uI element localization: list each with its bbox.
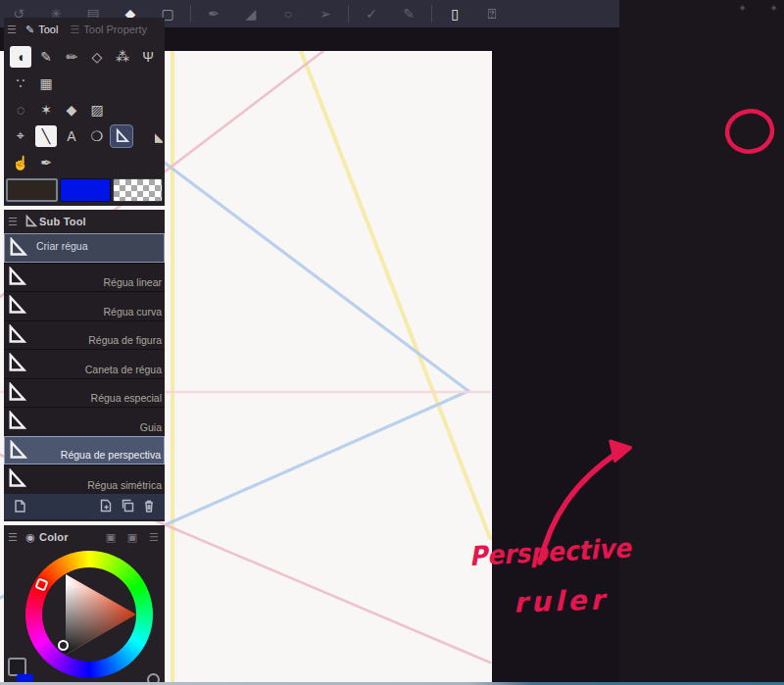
toolbar-separator — [431, 5, 432, 23]
figure-tool-icon[interactable]: ╲ — [35, 125, 57, 147]
toolbar-separator — [348, 5, 349, 23]
ruler-triangle-icon — [7, 382, 28, 404]
line-tool-icon[interactable]: ✒ — [195, 0, 232, 27]
tab-tool-label: Tool — [38, 24, 58, 35]
subtool-item-caneta-de-r-gua[interactable]: Caneta de régua — [4, 349, 165, 378]
ruler-tool-icon[interactable] — [110, 124, 133, 148]
blend-tool-icon[interactable]: ∵ — [8, 71, 33, 95]
ellipse-icon[interactable]: ○ — [270, 0, 307, 27]
object-tool-icon[interactable]: ⌖ — [8, 123, 33, 148]
tool-panel: ☰ ✎ Tool ☰ Tool Property ◖✎✏◇⁂Ψ∵▦◌✶◆▨⌖╲A… — [4, 18, 165, 206]
ruler-triangle-icon — [7, 353, 28, 374]
help-icon[interactable]: ⍰ — [473, 0, 511, 27]
ruler-triangle-icon — [8, 440, 29, 462]
color-swatch-row — [4, 175, 165, 202]
sparkle-icon: ✦ — [769, 2, 778, 15]
sub-tool-footer — [4, 494, 165, 519]
brush-check-icon[interactable]: ✓ — [353, 0, 390, 27]
subtool-item-label: Régua especial — [91, 392, 162, 404]
subtool-item-label: Criar régua — [36, 240, 88, 252]
subtool-item-label: Régua de perspectiva — [61, 449, 161, 461]
subtool-item-r-gua-linear[interactable]: Régua linear — [4, 263, 165, 292]
duplicate-subtool-icon[interactable] — [9, 498, 30, 515]
eraser-tool-icon[interactable]: ◇ — [84, 44, 110, 69]
operation-tool-icon[interactable]: ◖ — [10, 46, 31, 68]
lasso-select-tool-icon[interactable]: ◌ — [8, 97, 33, 122]
object-select-icon[interactable]: ➢ — [307, 0, 344, 27]
subtool-item-r-gua-sim-trica[interactable]: Régua simétrica — [4, 465, 165, 494]
panel-menu-icon[interactable]: ☰ — [4, 24, 20, 36]
toolbar-separator — [190, 5, 191, 23]
subtool-item-label: Régua simétrica — [87, 479, 162, 491]
ruler-triangle-icon — [7, 267, 28, 288]
eyedropper-tool-icon[interactable]: ✒ — [33, 150, 59, 174]
auto-select-tool-icon[interactable]: ✶ — [33, 97, 59, 122]
subtool-item-label: Régua de figura — [88, 334, 162, 346]
ruler-triangle-icon — [7, 295, 28, 317]
yellow-diagonal-guide — [301, 51, 490, 538]
tool-panel-tabs: ☰ ✎ Tool ☰ Tool Property — [4, 18, 165, 41]
subtool-item-r-gua-de-figura[interactable]: Régua de figura — [4, 320, 165, 350]
companion-device-icon[interactable]: ▯ — [436, 0, 473, 27]
sub-tool-title: Sub Tool — [39, 216, 86, 227]
right-panel-column: ✦ ✦ — [619, 0, 784, 685]
ruler-triangle-icon — [7, 468, 28, 490]
panel-menu-icon[interactable]: ☰ — [4, 216, 22, 228]
ruler-triangle-icon — [8, 237, 29, 259]
gradient-tool-icon[interactable]: ▨ — [84, 97, 110, 122]
hand-tool-icon[interactable]: ☝ — [8, 150, 33, 174]
sv-cursor[interactable] — [58, 640, 69, 651]
fill-tool-icon[interactable]: ◆ — [59, 97, 84, 122]
subtool-item-criar-r-gua[interactable]: Criar régua — [4, 233, 165, 263]
airbrush-tool-icon[interactable]: ⁂ — [110, 44, 135, 69]
subtool-item-label: Caneta de régua — [85, 364, 162, 375]
subtool-item-label: Régua curva — [103, 306, 162, 318]
subtool-item-label: Guia — [140, 421, 162, 433]
copy-subtool-icon[interactable] — [117, 498, 138, 515]
color-panel: ☰ ◉ Color ▣▣☰ — [4, 525, 165, 685]
pen-icon: ✎ — [25, 24, 34, 36]
sparkle-icon: ✦ — [738, 2, 747, 15]
sv-triangle[interactable] — [4, 525, 165, 685]
pen-check-icon[interactable]: ✎ — [390, 0, 427, 27]
new-subtool-icon[interactable] — [95, 498, 117, 515]
gradient-icon[interactable]: ◢ — [232, 0, 270, 27]
balloon-tool-icon[interactable]: ❍ — [84, 123, 110, 148]
text-tool-icon[interactable]: A — [59, 123, 84, 148]
delete-subtool-icon[interactable] — [138, 498, 160, 515]
ruler-triangle-icon — [7, 324, 28, 346]
transparent-color-swatch[interactable] — [113, 178, 163, 202]
subtool-item-r-gua-de-perspectiva[interactable]: Régua de perspectiva — [4, 436, 165, 465]
tab-tool-property[interactable]: ☰ Tool Property — [64, 19, 153, 40]
subtool-item-r-gua-especial[interactable]: Régua especial — [4, 378, 165, 408]
sub-tool-header: ☰ Sub Tool — [4, 210, 165, 233]
ruler-triangle-icon — [7, 411, 28, 432]
pen-tool-icon[interactable]: ✎ — [33, 44, 59, 69]
subtool-item-label: Régua linear — [103, 276, 162, 288]
marker-tool-icon[interactable]: ✏ — [59, 44, 84, 69]
tab-tool[interactable]: ✎ Tool — [20, 19, 64, 40]
frame-border-tool-icon[interactable]: ▦ — [33, 71, 59, 95]
subtool-item-guia[interactable]: Guia — [4, 407, 165, 436]
sub-color-swatch[interactable] — [60, 178, 110, 202]
ruler-pen-icon — [22, 215, 39, 229]
main-color-swatch[interactable] — [6, 178, 58, 202]
sliders-icon: ☰ — [70, 24, 79, 36]
sub-tool-panel: ☰ Sub Tool Criar réguaRégua linearRégua … — [4, 210, 165, 521]
subtool-item-r-gua-curva[interactable]: Régua curva — [4, 291, 165, 320]
tab-tool-property-label: Tool Property — [83, 24, 147, 35]
decoration-tool-icon[interactable]: Ψ — [135, 44, 161, 69]
overflow-tool-icon[interactable]: ◣ — [155, 123, 163, 148]
